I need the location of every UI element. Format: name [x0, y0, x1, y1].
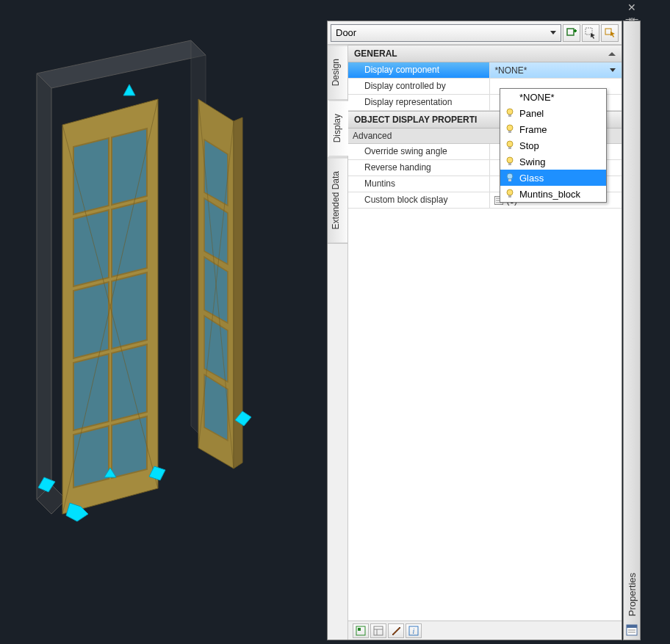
row-display-component[interactable]: Display component *NONE* — [348, 62, 622, 79]
object-type-value: Door — [336, 27, 356, 38]
svg-rect-32 — [567, 29, 574, 35]
toggle-pickadd-button[interactable] — [601, 24, 619, 42]
lightbulb-icon — [505, 140, 515, 151]
model-viewport[interactable] — [0, 0, 327, 644]
svg-rect-57 — [508, 179, 511, 181]
svg-marker-5 — [73, 138, 109, 214]
lightbulb-icon — [505, 189, 515, 199]
svg-marker-7 — [73, 210, 109, 286]
svg-marker-13 — [73, 426, 109, 488]
chevron-down-icon — [550, 31, 556, 35]
svg-text:i: i — [413, 627, 415, 635]
category-general-label: GENERAL — [354, 48, 397, 59]
svg-marker-26 — [123, 84, 135, 95]
svg-point-54 — [507, 157, 513, 163]
svg-marker-12 — [112, 344, 147, 421]
svg-marker-0 — [37, 40, 206, 88]
svg-point-56 — [507, 173, 513, 179]
display-component-combo[interactable]: *NONE* — [494, 65, 617, 76]
svg-marker-8 — [112, 200, 147, 277]
svg-marker-6 — [112, 129, 147, 205]
svg-rect-36 — [605, 29, 611, 35]
svg-rect-53 — [508, 147, 511, 149]
tab-extended-data[interactable]: Extended Data — [328, 157, 347, 243]
category-object-display-label: OBJECT DISPLAY PROPERTI — [354, 115, 477, 125]
lightbulb-icon — [505, 108, 515, 118]
palette-title: Properties — [627, 573, 638, 616]
svg-point-58 — [507, 189, 513, 195]
lightbulb-icon — [505, 156, 515, 167]
chevron-down-icon — [610, 68, 616, 72]
svg-rect-49 — [508, 115, 511, 117]
svg-point-48 — [507, 109, 513, 115]
category-general[interactable]: GENERAL — [348, 45, 622, 62]
dropdown-item-panel[interactable]: Panel — [500, 105, 606, 121]
palette-tabs: Design Display Extended Data — [328, 45, 348, 640]
dropdown-item-frame[interactable]: Frame — [500, 121, 606, 137]
preview-button[interactable] — [370, 623, 386, 638]
quick-select-button[interactable] — [582, 24, 599, 42]
properties-icon — [625, 623, 638, 637]
svg-rect-55 — [508, 163, 511, 165]
palette-header: Door — [328, 21, 622, 45]
tab-design[interactable]: Design — [328, 45, 347, 100]
door-leaf-right — [198, 99, 242, 468]
brush-button[interactable] — [388, 623, 404, 638]
dropdown-item-swing[interactable]: Swing — [500, 153, 606, 170]
palette-caption-bar[interactable]: Properties — [623, 21, 641, 640]
object-type-select[interactable]: Door — [331, 24, 561, 42]
svg-rect-42 — [358, 628, 361, 631]
svg-rect-59 — [508, 195, 511, 198]
tab-display[interactable]: Display — [328, 100, 348, 156]
lightbulb-icon — [505, 124, 515, 134]
close-palette-button[interactable]: ✕ — [625, 3, 638, 13]
dropdown-item-muntins-block[interactable]: Muntins_block — [500, 186, 606, 202]
display-component-dropdown[interactable]: *NONE* Panel Frame Stop Swing Glass Munt… — [500, 88, 607, 203]
svg-marker-10 — [112, 272, 147, 349]
collapse-icon — [608, 52, 616, 56]
door-leaf-left — [62, 99, 158, 514]
svg-rect-61 — [627, 625, 637, 628]
dropdown-item-stop[interactable]: Stop — [500, 137, 606, 153]
svg-point-52 — [507, 141, 513, 147]
info-button[interactable]: i — [406, 623, 422, 638]
svg-rect-51 — [508, 131, 511, 133]
lightbulb-icon — [505, 173, 515, 183]
object-viewer-button[interactable] — [353, 623, 369, 638]
svg-point-50 — [507, 125, 513, 131]
svg-rect-43 — [374, 626, 383, 635]
dropdown-item-none[interactable]: *NONE* — [500, 89, 606, 105]
svg-marker-9 — [73, 282, 109, 358]
add-selection-button[interactable] — [563, 24, 580, 42]
svg-marker-1 — [37, 73, 51, 499]
dropdown-item-glass[interactable]: Glass — [500, 170, 606, 186]
palette-footer: i — [348, 621, 622, 640]
svg-marker-11 — [73, 354, 109, 430]
